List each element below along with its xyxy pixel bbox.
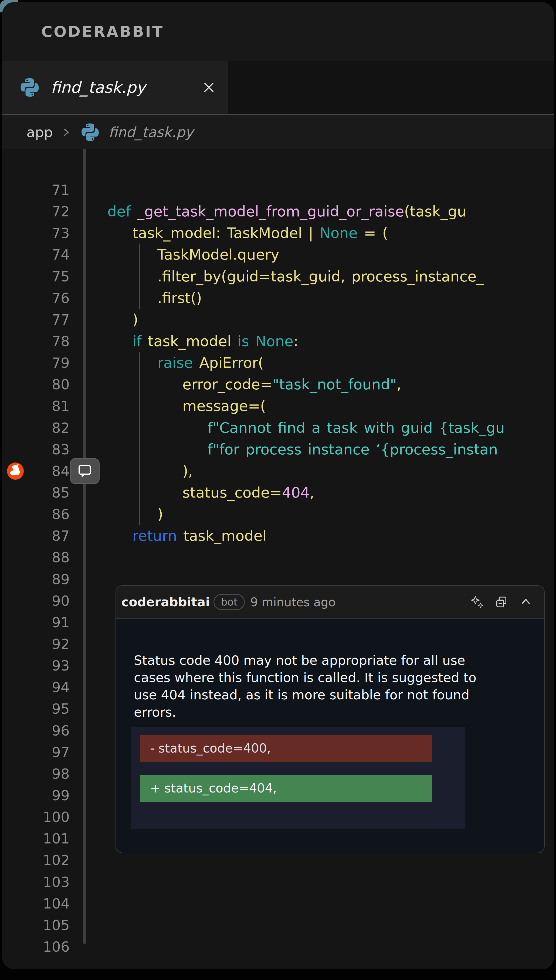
code-token: = ( (358, 224, 388, 242)
line-number: 73 (2, 222, 70, 244)
diff-removed-line: - status_code=400, (140, 735, 432, 762)
code-token: .first() (107, 289, 202, 307)
tab-bar-empty-space (228, 61, 554, 114)
coderabbit-window: CODERABBIT find_task.py (2, 2, 554, 969)
breadcrumb: app find_task.py (2, 115, 554, 149)
line-number: 82 (2, 417, 70, 439)
code-token: ), (107, 462, 193, 480)
line-number-gutter: 7172737475767778798081828384858687888990… (2, 179, 70, 957)
line-number: 101 (2, 828, 70, 849)
line-number: 95 (2, 698, 70, 720)
code-line[interactable]: .filter_by(guid=task_guid, process_insta… (107, 266, 554, 287)
code-token: ) (107, 505, 163, 523)
indent-guide (139, 244, 140, 309)
comment-body: Status code 400 may not be appropriate f… (116, 652, 544, 829)
line-number: 91 (2, 612, 70, 633)
line-number: 87 (2, 525, 70, 547)
comment-author[interactable]: coderabbitai (121, 595, 210, 609)
line-number: 88 (2, 547, 70, 568)
code-line[interactable]: TaskModel.query (107, 244, 554, 265)
code-line[interactable]: raise ApiError( (107, 352, 554, 374)
code-token: 404 (282, 484, 310, 501)
line-number: 81 (2, 395, 70, 417)
code-line[interactable] (107, 871, 554, 893)
comment-header: coderabbitai bot 9 minutes ago (116, 586, 544, 619)
code-line[interactable]: message=( (107, 395, 554, 417)
line-number: 80 (2, 374, 70, 395)
code-line[interactable]: f"for process instance ‘{process_instan (107, 439, 554, 460)
code-token: _get_task_model_from_guid_or_raise (137, 203, 404, 220)
code-token: if (133, 333, 142, 350)
code-token: message=( (107, 397, 266, 415)
copy-icon[interactable] (494, 594, 509, 610)
code-line[interactable]: if task_model is None: (107, 331, 554, 352)
line-number: 77 (2, 309, 70, 331)
code-line[interactable] (107, 914, 554, 936)
line-number: 71 (2, 179, 70, 201)
line-number: 105 (2, 914, 70, 936)
code-token (107, 333, 133, 350)
bot-badge: bot (213, 594, 245, 610)
code-token: task_model (177, 527, 267, 544)
line-number: 86 (2, 504, 70, 525)
comment-body-text: Status code 400 may not be appropriate f… (134, 652, 525, 721)
line-number: 104 (2, 893, 70, 914)
code-token: error_code= (107, 376, 272, 393)
code-token: task_model (142, 333, 238, 350)
code-line[interactable]: ) (107, 309, 554, 331)
code-line[interactable]: return task_model (107, 525, 554, 547)
line-number: 106 (2, 936, 70, 957)
code-token (107, 441, 208, 458)
code-line[interactable] (107, 547, 554, 568)
code-token: (task_gu (404, 203, 466, 220)
code-line[interactable]: def _get_task_model_from_guid_or_raise(t… (107, 201, 554, 222)
collapse-chevron-up-icon[interactable] (518, 594, 533, 610)
line-number: 85 (2, 482, 70, 504)
comment-timestamp: 9 minutes ago (250, 595, 461, 609)
tab-find-task[interactable]: find_task.py (2, 61, 228, 114)
sparkles-icon[interactable] (470, 594, 485, 610)
code-line[interactable]: f"Cannot find a task with guid {task_gu (107, 417, 554, 439)
code-token: .filter_by(guid=task_guid, process_insta… (107, 268, 484, 285)
code-editor: 7172737475767778798081828384858687888990… (2, 149, 554, 969)
review-comment-card: coderabbitai bot 9 minutes ago (116, 585, 545, 853)
code-token: ) (107, 311, 138, 328)
line-number: 83 (2, 439, 70, 460)
indent-guide (139, 352, 140, 525)
code-line[interactable] (107, 179, 554, 201)
code-line[interactable] (107, 936, 554, 957)
line-number: 90 (2, 590, 70, 612)
code-token: is (238, 333, 249, 350)
code-line[interactable] (107, 893, 554, 914)
comment-toggle-button[interactable] (70, 458, 100, 484)
line-number: 97 (2, 741, 70, 763)
line-number: 74 (2, 244, 70, 265)
breadcrumb-folder[interactable]: app (26, 124, 53, 140)
code-token: TaskModel.query (107, 246, 280, 263)
code-line[interactable]: ), (107, 460, 554, 482)
close-icon[interactable] (202, 81, 216, 94)
code-line[interactable]: .first() (107, 287, 554, 309)
line-number: 102 (2, 849, 70, 871)
code-line[interactable]: task_model: TaskModel | None = ( (107, 222, 554, 244)
screenshot-stage: CODERABBIT find_task.py (0, 0, 556, 980)
line-number: 98 (2, 763, 70, 785)
coderabbit-rabbit-icon[interactable] (6, 462, 24, 480)
code-token: return (133, 527, 177, 544)
line-number: 79 (2, 352, 70, 374)
code-token: status_code= (107, 484, 282, 501)
code-line[interactable]: error_code="task_not_found", (107, 374, 554, 395)
tab-bar: find_task.py (2, 61, 554, 114)
python-icon (80, 122, 100, 142)
code-token: : (293, 333, 298, 350)
code-line[interactable]: status_code=404, (107, 482, 554, 504)
code-line[interactable]: ) (107, 504, 554, 525)
line-number: 93 (2, 655, 70, 676)
line-number: 100 (2, 806, 70, 828)
breadcrumb-file[interactable]: find_task.py (108, 124, 194, 140)
gutter-divider (83, 149, 86, 944)
code-token: f"for process instance ‘{process_instan (208, 441, 498, 458)
code-token: , (310, 484, 314, 501)
code-token: None (320, 224, 358, 242)
speech-bubble-icon (77, 463, 92, 479)
